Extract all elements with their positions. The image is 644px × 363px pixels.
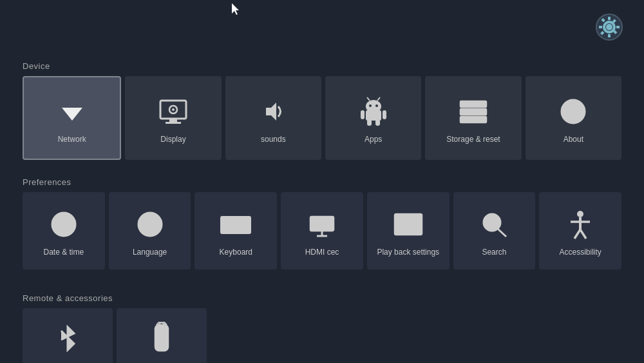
svg-point-23 xyxy=(482,111,485,113)
storage-tile[interactable]: Storage & reset xyxy=(425,76,521,160)
apps-tile-label: Apps xyxy=(365,135,382,144)
accessibility-tile-label: Accessibility xyxy=(559,248,601,257)
device-tiles-row: Network Display xyxy=(23,76,621,160)
svg-rect-10 xyxy=(366,110,381,121)
search-icon xyxy=(477,208,511,241)
svg-line-65 xyxy=(574,230,580,239)
svg-point-69 xyxy=(158,340,161,342)
about-tile-label: About xyxy=(564,135,583,144)
svg-point-7 xyxy=(172,108,175,111)
datetime-tile-label: Date & time xyxy=(44,248,84,257)
svg-rect-12 xyxy=(383,110,386,119)
svg-marker-2 xyxy=(62,108,82,121)
bluetooth-icon xyxy=(51,322,84,355)
preferences-section: Preferences Date & time xyxy=(23,177,621,270)
language-tile-label: Language xyxy=(133,248,167,257)
hdmi-tile[interactable]: HDMI cec xyxy=(281,192,363,270)
svg-point-72 xyxy=(162,344,165,347)
storage-icon xyxy=(457,95,490,128)
storage-tile-label: Storage & reset xyxy=(446,135,500,144)
android-icon xyxy=(357,95,390,128)
search-tile-label: Search xyxy=(482,248,506,257)
clock-icon xyxy=(47,208,80,241)
sounds-tile[interactable]: sounds xyxy=(225,76,321,160)
hdmi-tile-label: HDMI cec xyxy=(305,248,339,257)
settings-gear-icon[interactable] xyxy=(594,12,625,43)
svg-point-60 xyxy=(484,214,500,231)
svg-point-62 xyxy=(577,211,583,217)
svg-line-66 xyxy=(580,230,586,239)
accessibility-tile[interactable]: Accessibility xyxy=(539,192,621,270)
remote-icon xyxy=(145,322,178,355)
language-tile[interactable]: Language xyxy=(109,192,191,270)
svg-rect-14 xyxy=(375,119,380,126)
svg-point-27 xyxy=(572,104,575,108)
remote-tile[interactable] xyxy=(117,308,207,363)
preferences-section-label: Preferences xyxy=(23,177,621,187)
display-tile[interactable]: Display xyxy=(125,76,221,160)
device-section: Device Network Display xyxy=(23,61,621,160)
svg-point-71 xyxy=(158,344,161,347)
wifi-icon xyxy=(55,95,89,128)
display-tile-label: Display xyxy=(160,135,185,144)
svg-line-18 xyxy=(377,97,380,101)
remote-section-label: Remote & accessories xyxy=(23,293,621,303)
svg-point-22 xyxy=(482,103,485,106)
svg-point-70 xyxy=(162,340,165,342)
search-tile[interactable]: Search xyxy=(453,192,536,270)
hdmi-icon xyxy=(305,208,339,241)
film-icon xyxy=(392,208,425,241)
svg-rect-46 xyxy=(310,217,334,231)
display-icon xyxy=(156,95,190,128)
svg-point-16 xyxy=(375,104,378,107)
cursor xyxy=(232,3,242,16)
keyboard-tile[interactable]: Keyboard xyxy=(194,192,277,270)
svg-point-68 xyxy=(158,330,165,337)
bluetooth-tile[interactable] xyxy=(23,308,113,363)
svg-rect-13 xyxy=(367,119,372,126)
svg-rect-11 xyxy=(361,110,365,119)
svg-line-17 xyxy=(367,97,370,101)
svg-rect-4 xyxy=(169,119,177,122)
svg-marker-8 xyxy=(266,103,276,121)
volume-icon xyxy=(256,95,290,128)
sounds-tile-label: sounds xyxy=(261,135,286,144)
network-tile[interactable]: Network xyxy=(23,76,121,160)
device-section-label: Device xyxy=(23,61,621,71)
globe-icon xyxy=(133,208,167,241)
preferences-tiles-row: Date & time Language xyxy=(23,192,621,270)
info-icon xyxy=(556,95,590,128)
svg-rect-45 xyxy=(229,231,243,233)
svg-rect-5 xyxy=(166,122,181,124)
playback-tile-label: Play back settings xyxy=(377,248,439,257)
accessibility-icon xyxy=(564,208,597,241)
svg-rect-26 xyxy=(572,109,574,118)
about-tile[interactable]: About xyxy=(526,76,621,160)
remote-tiles-row xyxy=(23,308,621,363)
svg-rect-67 xyxy=(155,325,168,351)
network-tile-label: Network xyxy=(58,135,86,144)
keyboard-tile-label: Keyboard xyxy=(220,248,252,257)
keyboard-icon xyxy=(219,208,252,241)
svg-point-24 xyxy=(482,119,485,121)
svg-line-61 xyxy=(498,229,506,237)
playback-tile[interactable]: Play back settings xyxy=(367,192,450,270)
datetime-tile[interactable]: Date & time xyxy=(23,192,105,270)
apps-tile[interactable]: Apps xyxy=(325,76,421,160)
remote-section: Remote & accessories xyxy=(23,293,621,363)
svg-point-15 xyxy=(369,104,372,107)
svg-point-1 xyxy=(606,24,612,30)
